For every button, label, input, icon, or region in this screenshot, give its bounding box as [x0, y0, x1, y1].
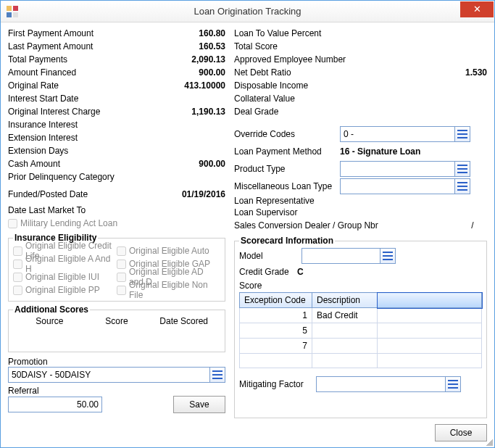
checkbox	[13, 273, 22, 282]
label: Original Eligible Auto	[129, 246, 209, 256]
label: Extension Days	[8, 146, 167, 156]
override-codes-input[interactable]	[340, 126, 454, 142]
label: Mitigating Factor	[239, 379, 312, 389]
row-prior-delinquency-category: Prior Delinquency Category	[8, 170, 225, 183]
checkbox	[13, 246, 22, 256]
mla-loan-checkbox	[8, 219, 17, 228]
col-exception-code[interactable]: Exception Code	[240, 293, 312, 308]
cell-desc	[312, 323, 378, 339]
row-cash-amount: Cash Amount900.00	[8, 157, 225, 170]
promotion-label: Promotion	[8, 357, 225, 367]
product-type-lookup[interactable]	[340, 161, 470, 177]
mitigating-factor-picker[interactable]	[445, 376, 461, 392]
window: Loan Origination Tracking ✕ First Paymen…	[0, 0, 495, 448]
cell-desc	[312, 339, 378, 354]
value: C	[297, 267, 304, 277]
cell-blank	[378, 339, 482, 354]
model-input[interactable]	[301, 248, 380, 264]
misc-loan-type-input[interactable]	[340, 178, 454, 194]
label: Deal Grade	[234, 107, 429, 117]
label: Loan To Value Percent	[234, 28, 429, 38]
override-codes-picker[interactable]	[454, 126, 470, 142]
misc-loan-type-picker[interactable]	[454, 178, 470, 194]
row-collateral-value: Collateral Value	[234, 92, 487, 105]
label: Total Score	[234, 41, 429, 51]
row-loan-payment-method: Loan Payment Method 16 - Signature Loan	[234, 143, 487, 160]
row-loan-to-value-percent: Loan To Value Percent	[234, 27, 487, 40]
cell-blank	[378, 308, 482, 323]
row-total-score: Total Score	[234, 40, 487, 53]
mitigating-factor-lookup[interactable]	[316, 376, 461, 392]
col-blank-selected[interactable]	[378, 293, 482, 308]
close-icon: ✕	[473, 4, 481, 14]
col-source: Source	[16, 316, 83, 326]
cell-desc	[312, 354, 378, 368]
chk-original-eligible-a-and-h: Original Eligible A And H	[13, 257, 117, 270]
row-override-codes: Override Codes	[234, 125, 487, 143]
row-mitigating-factor: Mitigating Factor	[239, 376, 482, 393]
label: Extension Interest	[8, 133, 167, 143]
misc-loan-type-lookup[interactable]	[340, 178, 470, 194]
model-lookup[interactable]	[301, 248, 396, 264]
row-credit-grade: Credit Grade C	[239, 265, 482, 279]
col-score: Score	[83, 316, 151, 326]
product-type-picker[interactable]	[454, 161, 470, 177]
label: Insurance Interest	[8, 120, 167, 130]
checkbox	[117, 246, 126, 256]
list-icon	[457, 130, 467, 138]
additional-scores-header: Source Score Date Scored	[13, 316, 220, 326]
chk-original-eligible-pp: Original Eligible PP	[13, 283, 117, 296]
product-type-input[interactable]	[340, 161, 454, 177]
chk-original-eligible-non-file: Original Eligible Non File	[117, 283, 220, 296]
value: 01/19/2016	[167, 189, 225, 199]
referral-input[interactable]	[8, 397, 102, 412]
window-title: Loan Origination Tracking	[1, 6, 494, 17]
promotion-lookup[interactable]	[8, 367, 225, 383]
label: Amount Financed	[8, 67, 167, 78]
label: Sales Conversion Dealer / Group Nbr	[234, 220, 458, 231]
row-extension-days: Extension Days	[8, 144, 225, 157]
label: Interest Start Date	[8, 94, 167, 104]
col-description[interactable]: Description	[312, 293, 378, 308]
scorecard-table[interactable]: Exception Code Description 1Bad Credit 5…	[239, 292, 482, 368]
label: Model	[239, 251, 297, 261]
label: Loan Payment Method	[234, 146, 336, 157]
value: 160.53	[167, 41, 225, 51]
save-button[interactable]: Save	[173, 396, 225, 413]
checkbox	[117, 286, 126, 295]
label: Total Payments	[8, 54, 167, 65]
table-row[interactable]: 7	[240, 339, 482, 354]
label: Funded/Posted Date	[8, 189, 167, 199]
cell-code: 1	[240, 308, 312, 323]
row-interest-start-date: Interest Start Date	[8, 92, 225, 105]
table-row[interactable]: 1Bad Credit	[240, 308, 482, 323]
value: 1.530	[429, 67, 487, 78]
override-codes-lookup[interactable]	[340, 126, 470, 142]
cell-code: 7	[240, 339, 312, 354]
row-product-type: Product Type	[234, 160, 487, 178]
cell-code: 5	[240, 323, 312, 339]
label: Collateral Value	[234, 94, 429, 104]
row-first-payment-amount: First Payment Amount160.80	[8, 27, 225, 40]
row-insurance-interest: Insurance Interest	[8, 118, 225, 131]
promotion-picker-button[interactable]	[209, 367, 225, 383]
row-original-rate: Original Rate413.10000	[8, 79, 225, 92]
row-net-debt-ratio: Net Debt Ratio1.530	[234, 66, 487, 79]
resize-grip[interactable]	[484, 437, 493, 446]
promotion-input[interactable]	[8, 367, 209, 383]
close-button[interactable]: Close	[435, 424, 487, 441]
list-icon	[448, 380, 458, 389]
window-close-button[interactable]: ✕	[460, 1, 494, 17]
table-row[interactable]	[240, 354, 482, 368]
mitigating-factor-input[interactable]	[316, 376, 445, 392]
label: Original Interest Charge	[8, 107, 167, 117]
label: Approved Employee Number	[234, 54, 429, 65]
label: Original Eligible PP	[25, 285, 100, 295]
label: Disposable Income	[234, 80, 429, 91]
label: Original Eligible IUI	[25, 272, 99, 282]
label: Score	[239, 281, 297, 291]
cell-blank	[378, 354, 482, 368]
row-disposable-income: Disposable Income	[234, 79, 487, 92]
table-row[interactable]: 5	[240, 323, 482, 339]
model-picker[interactable]	[380, 248, 396, 264]
